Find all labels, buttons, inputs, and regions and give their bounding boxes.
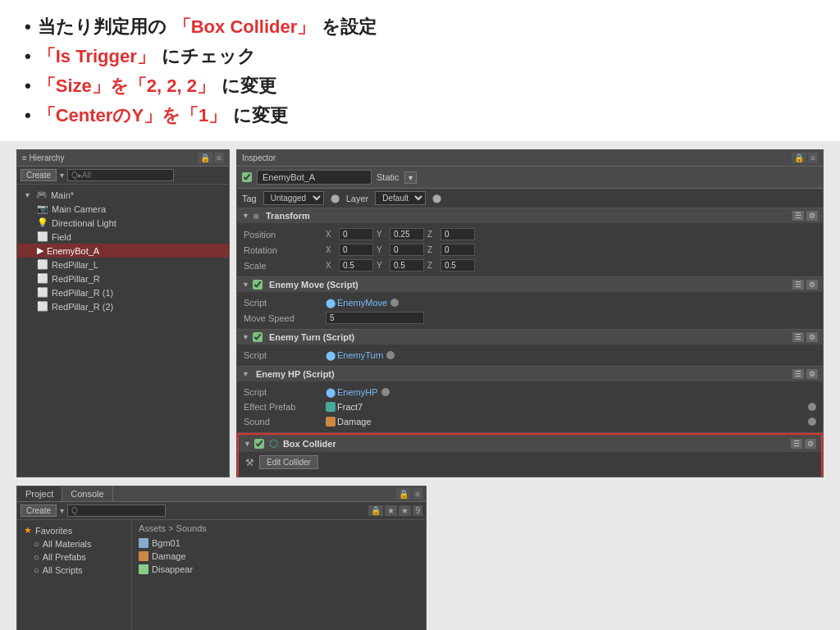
- enemy-turn-title: Enemy Turn (Script): [269, 332, 354, 342]
- enemy-move-icon-btn2[interactable]: ⚙: [806, 280, 818, 290]
- sidebar-all-scripts[interactable]: ○ All Scripts: [17, 564, 131, 577]
- sidebar-all-materials[interactable]: ○ All Materials: [17, 537, 131, 550]
- enemy-hp-section: ▼ Enemy HP (Script) ☰ ⚙ Script ⬤ EnemyHP: [237, 367, 823, 433]
- project-menu-btn[interactable]: ≡: [413, 488, 422, 500]
- enemy-hp-body: Script ⬤ EnemyHP Effect Prefab Fract7 So…: [237, 381, 823, 432]
- hierarchy-panel: ≡ Hierarchy 🔒 ≡ Create ▾ ▼ 🎮 Main* 📷 Mai…: [16, 149, 230, 477]
- hierarchy-menu-btn[interactable]: ≡: [214, 153, 224, 163]
- hierarchy-item-dirlight[interactable]: 💡 Directional Light: [17, 216, 229, 230]
- box-collider-header[interactable]: ▼ ⬡ Box Collider ☰ ⚙: [239, 435, 821, 452]
- transform-title: Transform: [266, 211, 310, 221]
- sound-value: Damage: [337, 417, 372, 427]
- transform-icon-btn1[interactable]: ☰: [792, 211, 804, 221]
- enemy-hp-icon-btn1[interactable]: ☰: [792, 369, 804, 379]
- hierarchy-search-input[interactable]: [67, 169, 174, 181]
- tab-project[interactable]: Project: [17, 486, 62, 501]
- transform-header[interactable]: ▼ ⊕ Transform ☰ ⚙: [237, 208, 823, 223]
- enemy-hp-script-label: Script: [244, 387, 326, 397]
- circle-icon: ○: [34, 539, 39, 549]
- hierarchy-header: ≡ Hierarchy 🔒 ≡: [17, 150, 229, 167]
- sidebar-favorites[interactable]: ★ Favorites: [17, 523, 131, 537]
- scale-y-input[interactable]: [390, 259, 424, 272]
- hierarchy-lock-btn[interactable]: 🔒: [198, 153, 212, 163]
- enemy-move-script-label: Script: [244, 298, 326, 308]
- tag-select[interactable]: Untagged: [263, 191, 324, 205]
- position-row: Position X Y Z: [244, 226, 816, 242]
- enemy-hp-icon-btn2[interactable]: ⚙: [806, 369, 818, 379]
- sidebar-all-prefabs[interactable]: ○ All Prefabs: [17, 550, 131, 564]
- rot-x-input[interactable]: [339, 244, 373, 256]
- object-active-checkbox[interactable]: [242, 172, 252, 182]
- box-collider-icon-btn2[interactable]: ⚙: [805, 439, 816, 449]
- rot-z-input[interactable]: [441, 244, 475, 256]
- scale-label: Scale: [244, 261, 326, 271]
- enemy-move-checkbox[interactable]: [253, 280, 262, 290]
- move-speed-label: Move Speed: [244, 313, 326, 323]
- inspector-title: Inspector: [242, 153, 276, 162]
- enemy-turn-script-icon: ⬤: [326, 350, 336, 361]
- hierarchy-item-maincamera[interactable]: 📷 Main Camera: [17, 202, 229, 216]
- enemy-hp-script-icon: ⬤: [326, 387, 336, 398]
- inspector-header: Inspector 🔒 ≡: [237, 150, 823, 167]
- enemy-turn-header[interactable]: ▼ Enemy Turn (Script) ☰ ⚙: [237, 330, 823, 345]
- is-trigger-row: Is Trigger: [245, 476, 815, 477]
- project-lock-btn[interactable]: 🔒: [396, 488, 411, 500]
- hierarchy-item-enemybot[interactable]: ▶ EnemyBot_A: [17, 244, 229, 258]
- script-circle-icon: [390, 299, 399, 307]
- file-bgm01[interactable]: Bgm01: [139, 536, 419, 550]
- sound-label: Sound: [244, 417, 326, 427]
- enemy-move-header[interactable]: ▼ Enemy Move (Script) ☰ ⚙: [237, 277, 823, 292]
- enemy-turn-icon-btn2[interactable]: ⚙: [806, 332, 818, 342]
- scale-z-input[interactable]: [441, 259, 475, 272]
- move-speed-input[interactable]: [326, 312, 424, 324]
- hierarchy-item-redpillar-l[interactable]: ⬜ RedPillar_L: [17, 258, 229, 272]
- static-dropdown-btn[interactable]: ▾: [404, 171, 417, 184]
- project-search-input[interactable]: [67, 504, 166, 517]
- hierarchy-item-main[interactable]: ▼ 🎮 Main*: [17, 188, 229, 202]
- proj-icon-btn2[interactable]: ★: [385, 505, 397, 516]
- tag-layer-row: Tag Untagged ⬤ Layer Default ⬤: [237, 189, 823, 208]
- inspector-menu-btn[interactable]: ≡: [808, 153, 818, 163]
- file-damage[interactable]: Damage: [139, 550, 419, 563]
- proj-icon-btn4[interactable]: 9: [413, 505, 422, 516]
- layer-select[interactable]: Default: [375, 191, 426, 205]
- hierarchy-item-redpillar-r[interactable]: ⬜ RedPillar_R: [17, 272, 229, 285]
- hierarchy-item-field[interactable]: ⬜ Field: [17, 230, 229, 244]
- pos-z-input[interactable]: [441, 228, 475, 240]
- object-name-input[interactable]: [257, 170, 372, 185]
- enemy-turn-checkbox[interactable]: [253, 332, 262, 342]
- enemy-hp-header[interactable]: ▼ Enemy HP (Script) ☰ ⚙: [237, 367, 823, 381]
- inspector-lock-btn[interactable]: 🔒: [792, 153, 806, 163]
- project-content: ★ Favorites ○ All Materials ○ All Prefab…: [17, 520, 426, 630]
- enemy-move-title: Enemy Move (Script): [269, 280, 358, 290]
- rot-y-input[interactable]: [390, 244, 424, 256]
- file-disappear[interactable]: Disappear: [139, 563, 419, 576]
- inspector-content: Static ▾ Tag Untagged ⬤ Layer Default ⬤ …: [237, 167, 823, 477]
- bullet-4: 「CenterのY」を「1」に変更: [25, 103, 815, 128]
- project-toolbar-icons: 🔒 ★ ★ 9: [368, 505, 422, 516]
- tab-console[interactable]: Console: [62, 486, 112, 501]
- edit-collider-btn[interactable]: Edit Collider: [259, 455, 318, 469]
- proj-icon-btn1[interactable]: 🔒: [368, 505, 383, 516]
- project-toolbar: Create ▾ 🔒 ★ ★ 9: [17, 502, 426, 520]
- project-tabs: Project Console 🔒 ≡: [17, 486, 426, 502]
- transform-icon-btn2[interactable]: ⚙: [806, 211, 818, 221]
- hp-script-circle: [381, 388, 390, 396]
- scale-x-input[interactable]: [339, 259, 373, 272]
- project-create-btn[interactable]: Create: [21, 504, 57, 517]
- enemy-move-icon-btn1[interactable]: ☰: [792, 280, 804, 290]
- hierarchy-item-redpillar-r2[interactable]: ⬜ RedPillar_R (2): [17, 299, 229, 313]
- sound-row: Sound Damage: [244, 414, 816, 429]
- box-collider-icon-btn1[interactable]: ☰: [791, 439, 802, 449]
- bullet-1: 当たり判定用の「Box Collider」を設定: [25, 15, 815, 39]
- hierarchy-item-redpillar-r1[interactable]: ⬜ RedPillar_R (1): [17, 285, 229, 299]
- enemy-move-icons: ☰ ⚙: [792, 280, 818, 290]
- enemy-turn-icon-btn1[interactable]: ☰: [792, 332, 804, 342]
- proj-icon-btn3[interactable]: ★: [399, 505, 411, 516]
- pos-x-input[interactable]: [339, 228, 373, 240]
- pos-y-input[interactable]: [390, 228, 424, 240]
- effect-prefab-label: Effect Prefab: [244, 402, 326, 412]
- box-collider-enabled-checkbox[interactable]: [254, 439, 264, 449]
- hierarchy-create-btn[interactable]: Create: [21, 169, 57, 181]
- pillar-r1-icon: ⬜: [37, 287, 48, 298]
